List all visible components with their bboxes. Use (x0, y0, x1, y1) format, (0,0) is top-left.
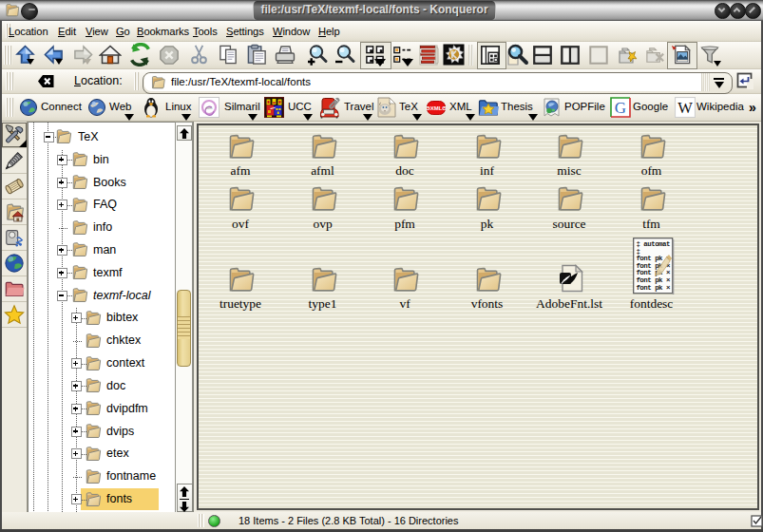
svg-text:G: G (615, 99, 626, 117)
svg-text:silm: silm (205, 105, 213, 110)
svg-text:‡ automat: ‡ automat (636, 240, 670, 248)
svg-text:font pk ×: font pk × (636, 284, 671, 292)
svg-text:W: W (677, 99, 693, 117)
svg-text:ʘXMLʘ: ʘXMLʘ (427, 105, 446, 111)
